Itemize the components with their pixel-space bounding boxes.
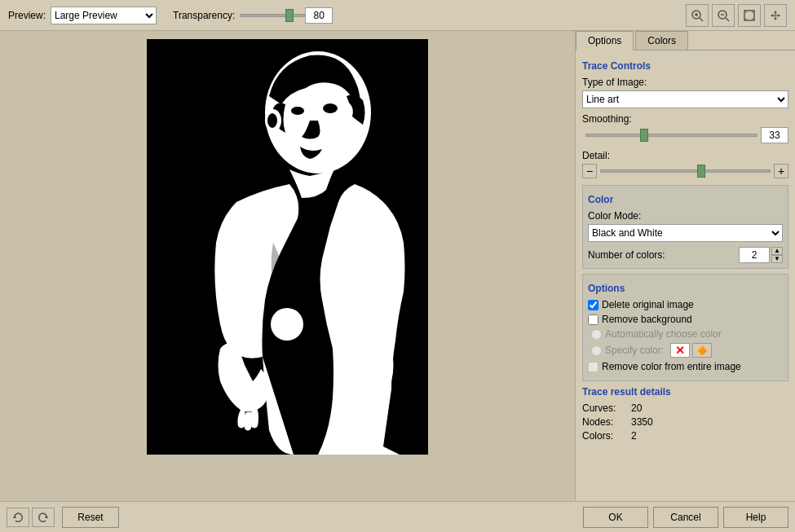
detail-row: − +	[582, 164, 788, 178]
tab-options[interactable]: Options	[576, 31, 634, 51]
num-colors-row: Number of colors: ▲ ▼	[588, 247, 783, 263]
remove-background-label: Remove background	[602, 314, 692, 325]
detail-plus-button[interactable]: +	[774, 164, 788, 178]
svg-line-5	[726, 18, 729, 21]
tab-colors[interactable]: Colors	[635, 31, 688, 50]
svg-line-1	[700, 18, 703, 21]
top-bar: Preview: Large Preview Small Preview No …	[0, 0, 795, 31]
preview-pane	[0, 31, 575, 501]
svg-point-14	[291, 107, 304, 115]
pan-icon	[769, 9, 782, 22]
transparency-label: Transparency:	[173, 10, 235, 21]
zoom-out-button[interactable]	[712, 4, 735, 27]
detail-minus-button[interactable]: −	[582, 164, 597, 178]
svg-point-18	[271, 308, 303, 341]
color-swatch-button[interactable]: ✕	[670, 343, 690, 358]
colors-result-label: Colors:	[582, 430, 631, 442]
remove-color-checkbox[interactable]	[588, 362, 598, 372]
pan-button[interactable]	[764, 4, 787, 27]
options-header: Options	[588, 283, 783, 294]
color-mode-label: Color Mode:	[588, 210, 783, 222]
zoom-out-icon	[717, 9, 730, 22]
color-header: Color	[588, 194, 783, 205]
eyedropper-icon: 🔶	[697, 346, 707, 355]
curves-row: Curves: 20	[582, 402, 788, 414]
main-area: Options Colors Trace Controls Type of Im…	[0, 31, 795, 501]
help-button[interactable]: Help	[723, 507, 788, 528]
curves-label: Curves:	[582, 402, 631, 414]
nodes-row: Nodes: 3350	[582, 416, 788, 428]
smoothing-value: 33	[761, 127, 788, 143]
reset-button[interactable]: Reset	[62, 507, 119, 528]
curves-value: 20	[631, 402, 642, 414]
preview-label: Preview:	[8, 10, 46, 21]
cancel-button[interactable]: Cancel	[653, 507, 718, 528]
smoothing-label: Smoothing:	[582, 113, 788, 125]
trace-controls-header: Trace Controls	[582, 60, 788, 72]
silhouette-svg	[147, 39, 428, 455]
remove-color-row: Remove color from entire image	[588, 361, 783, 372]
bottom-bar: Reset OK Cancel Help	[0, 501, 795, 532]
auto-choose-label: Automatically choose color	[605, 328, 722, 340]
num-colors-up-button[interactable]: ▲	[771, 247, 783, 255]
specify-color-row: Specify color: ✕ 🔶	[588, 343, 783, 358]
transparency-slider[interactable]	[240, 14, 305, 17]
smoothing-row: 33	[582, 127, 788, 143]
zoom-fit-button[interactable]	[738, 4, 761, 27]
trace-result-section: Trace result details Curves: 20 Nodes: 3…	[582, 386, 788, 442]
num-colors-input[interactable]	[739, 247, 770, 263]
color-section: Color Color Mode: Black and White Graysc…	[582, 185, 788, 269]
preview-image	[147, 39, 428, 455]
right-panel: Options Colors Trace Controls Type of Im…	[575, 31, 795, 501]
type-of-image-field: Type of Image: Line art Photograph Clip …	[582, 77, 788, 108]
remove-color-label: Remove color from entire image	[602, 361, 741, 372]
num-colors-spinner: ▲ ▼	[771, 247, 783, 263]
redo-icon	[37, 511, 50, 524]
transparency-value: 80	[305, 7, 333, 24]
options-section: Options Delete original image Remove bac…	[582, 274, 788, 381]
delete-original-row: Delete original image	[588, 299, 783, 310]
type-of-image-label: Type of Image:	[582, 77, 788, 88]
nodes-label: Nodes:	[582, 416, 631, 428]
svg-marker-20	[45, 515, 48, 518]
nodes-value: 3350	[631, 416, 653, 428]
colors-result-value: 2	[631, 430, 637, 442]
svg-point-17	[267, 113, 277, 128]
detail-slider[interactable]	[600, 169, 771, 173]
remove-background-checkbox[interactable]	[588, 314, 598, 325]
zoom-fit-icon	[743, 9, 756, 22]
num-colors-label: Number of colors:	[588, 249, 739, 261]
svg-point-15	[323, 103, 338, 113]
detail-label: Detail:	[582, 150, 788, 161]
colors-row: Colors: 2	[582, 430, 788, 442]
x-mark-icon: ✕	[675, 344, 685, 357]
auto-choose-radio[interactable]	[591, 329, 602, 340]
zoom-in-icon	[691, 9, 704, 22]
smoothing-slider[interactable]	[585, 134, 757, 137]
delete-original-label: Delete original image	[602, 299, 694, 310]
ok-button[interactable]: OK	[583, 507, 648, 528]
dialog-buttons: OK Cancel Help	[583, 507, 788, 528]
zoom-in-button[interactable]	[686, 4, 709, 27]
panel-content: Trace Controls Type of Image: Line art P…	[576, 51, 795, 451]
redo-icon-button[interactable]	[32, 508, 55, 527]
color-mode-select[interactable]: Black and White Grayscale Color	[588, 224, 783, 242]
undo-icon-button[interactable]	[7, 508, 29, 527]
undo-icon	[11, 511, 24, 524]
color-picker-button[interactable]: 🔶	[692, 343, 712, 358]
tabs: Options Colors	[576, 31, 795, 51]
specify-color-radio[interactable]	[591, 345, 602, 356]
preview-select[interactable]: Large Preview Small Preview No Preview	[51, 7, 157, 24]
auto-choose-row: Automatically choose color	[588, 328, 783, 340]
svg-marker-19	[13, 515, 16, 518]
trace-result-header: Trace result details	[582, 386, 788, 398]
type-of-image-select[interactable]: Line art Photograph Clip art	[582, 90, 788, 108]
specify-color-label: Specify color:	[605, 345, 664, 356]
delete-original-checkbox[interactable]	[588, 300, 598, 310]
num-colors-down-button[interactable]: ▼	[771, 255, 783, 263]
remove-background-row: Remove background	[588, 314, 783, 325]
